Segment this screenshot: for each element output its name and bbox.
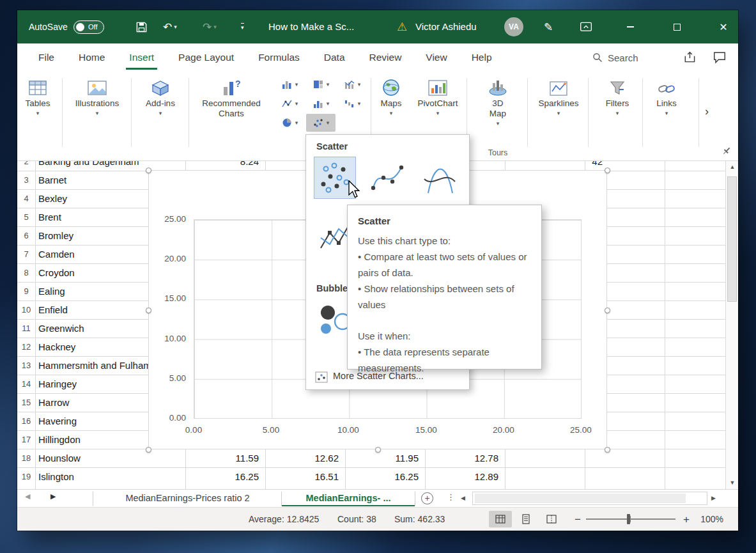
links-button[interactable]: Links ▾ — [649, 75, 684, 116]
maximize-button[interactable] — [662, 10, 691, 43]
cell-value[interactable]: 16.51 — [262, 467, 339, 486]
tab-formulas[interactable]: Formulas — [246, 43, 312, 72]
status-average[interactable]: Average: 12.8425 — [249, 508, 319, 531]
sheet-tab-inactive[interactable]: MedianEarnings-Prices ratio 2 — [94, 490, 281, 506]
redo-button[interactable]: ↷▾ — [203, 10, 217, 43]
pivotchart-button[interactable]: PivotChart ▾ — [412, 75, 463, 116]
row-number[interactable]: 3 — [17, 171, 35, 189]
tab-options-dots-icon[interactable]: ⋮ — [447, 492, 455, 502]
tables-button[interactable]: Tables ▾ — [21, 75, 54, 116]
row-number[interactable]: 11 — [17, 319, 35, 338]
sheet-tab-active[interactable]: MedianEarnings- ... — [282, 490, 415, 506]
ribbon-overflow-chevron[interactable]: › — [705, 105, 709, 118]
page-layout-view-button[interactable] — [514, 511, 537, 527]
scatter-smooth-lines-thumbnail-button[interactable] — [419, 157, 461, 199]
share-button[interactable] — [683, 51, 697, 67]
hierarchy-chart-button[interactable]: ▾ — [306, 75, 336, 93]
chart-resize-handle[interactable] — [375, 447, 381, 453]
cell-borough[interactable]: Bexley — [38, 189, 67, 208]
zoom-level[interactable]: 100% — [697, 508, 723, 531]
scatter-chart-button[interactable]: ▾ — [306, 114, 336, 132]
row-number[interactable]: 14 — [17, 375, 35, 393]
row-number[interactable]: 15 — [17, 393, 35, 412]
search-box[interactable]: Search — [592, 43, 638, 72]
row-number[interactable]: 16 — [17, 412, 35, 430]
row-number[interactable]: 10 — [17, 300, 35, 319]
row-number[interactable]: 13 — [17, 356, 35, 375]
tab-insert[interactable]: Insert — [117, 43, 166, 72]
row-number[interactable]: 6 — [17, 226, 35, 245]
cell-value[interactable]: 11.59 — [182, 449, 259, 467]
sheet-nav-left-icon[interactable]: ◀ — [25, 492, 30, 501]
cell-value[interactable]: 12.78 — [422, 449, 498, 467]
cell-borough[interactable]: Havering — [38, 412, 77, 430]
row-number[interactable]: 2 — [17, 161, 35, 171]
hscroll-right-icon[interactable]: ▶ — [711, 495, 716, 501]
cell-borough[interactable]: Islington — [38, 467, 74, 486]
row-number[interactable]: 18 — [17, 449, 35, 467]
undo-button[interactable]: ↶▾ — [163, 10, 177, 43]
ribbon-display-options-button[interactable] — [580, 10, 592, 43]
status-sum[interactable]: Sum: 462.33 — [394, 508, 445, 531]
zoom-slider-thumb[interactable] — [627, 514, 630, 524]
chevron-down-icon[interactable]: ▾ — [174, 24, 177, 30]
table-row[interactable]: 19 Islington 16.25 16.51 16.25 12.89 — [17, 467, 725, 486]
chart-resize-handle[interactable] — [146, 308, 151, 313]
chart-resize-handle[interactable] — [146, 447, 151, 453]
tab-help[interactable]: Help — [459, 43, 504, 72]
tab-page-layout[interactable]: Page Layout — [166, 43, 246, 72]
cell-borough[interactable]: Barking and Dagenham — [38, 161, 139, 171]
chart-resize-handle[interactable] — [605, 308, 610, 313]
close-button[interactable]: ✕ — [709, 10, 738, 43]
vertical-scrollbar-thumb[interactable] — [727, 176, 737, 302]
recommended-charts-button[interactable]: ? Recommended Charts — [192, 75, 271, 119]
cell-value[interactable]: 12.89 — [422, 467, 498, 486]
row-number[interactable]: 19 — [17, 467, 35, 486]
cell-borough[interactable]: Enfield — [38, 300, 68, 319]
cell-value[interactable]: 8.24 — [182, 161, 259, 171]
cell-borough[interactable]: Hillingdon — [38, 430, 81, 449]
cell-borough[interactable]: Ealing — [38, 282, 65, 300]
combo-chart-button[interactable]: ▾ — [337, 75, 367, 93]
cell-value[interactable]: 11.95 — [342, 449, 419, 467]
quick-access-toolbar-button[interactable]: ▾ — [241, 10, 244, 43]
column-chart-button[interactable]: ▾ — [275, 75, 304, 93]
maps-button[interactable]: Maps ▾ — [374, 75, 408, 116]
cell-borough[interactable]: Hammersmith and Fulham — [38, 356, 151, 375]
scroll-down-icon[interactable]: ▼ — [726, 479, 738, 486]
chevron-down-icon[interactable]: ▾ — [213, 24, 217, 30]
chart-resize-handle[interactable] — [146, 167, 151, 173]
3d-map-button[interactable]: 3D Map ▾ — [473, 75, 523, 127]
cell-borough[interactable]: Harrow — [38, 393, 69, 412]
hscroll-left-icon[interactable]: ◀ — [461, 495, 465, 501]
cell-borough[interactable]: Hounslow — [38, 449, 81, 467]
avatar[interactable]: VA — [504, 17, 523, 36]
chart-resize-handle[interactable] — [605, 447, 610, 453]
cell-borough[interactable]: Bromley — [38, 226, 73, 245]
tab-review[interactable]: Review — [357, 43, 414, 72]
filters-button[interactable]: Filters ▾ — [598, 75, 637, 116]
cell-borough[interactable]: Greenwich — [38, 319, 84, 338]
page-break-view-button[interactable] — [540, 511, 563, 527]
cell-value[interactable]: 12.62 — [262, 449, 339, 467]
row-number[interactable]: 8 — [17, 263, 35, 282]
row-number[interactable]: 7 — [17, 245, 35, 263]
statistic-chart-button[interactable]: ▾ — [306, 95, 336, 113]
scroll-up-icon[interactable]: ▲ — [726, 164, 738, 170]
tab-view[interactable]: View — [413, 43, 459, 72]
draw-pen-button[interactable]: ✎ — [544, 10, 553, 43]
cell-borough[interactable]: Haringey — [38, 375, 77, 393]
table-row[interactable]: 18 Hounslow 11.59 12.62 11.95 12.78 — [17, 449, 725, 467]
cell-borough[interactable]: Camden — [38, 245, 75, 263]
save-button[interactable] — [135, 10, 148, 43]
cell-borough[interactable]: Croydon — [38, 263, 75, 282]
zoom-slider-track[interactable] — [586, 518, 675, 520]
chart-resize-handle[interactable] — [605, 167, 610, 173]
status-count[interactable]: Count: 38 — [337, 508, 376, 531]
row-number[interactable]: 5 — [17, 208, 35, 226]
cell-borough[interactable]: Brent — [38, 208, 61, 226]
tab-home[interactable]: Home — [66, 43, 117, 72]
row-number[interactable]: 17 — [17, 430, 35, 449]
cell-borough[interactable]: Hackney — [38, 338, 75, 356]
new-sheet-button[interactable]: + — [421, 492, 433, 504]
